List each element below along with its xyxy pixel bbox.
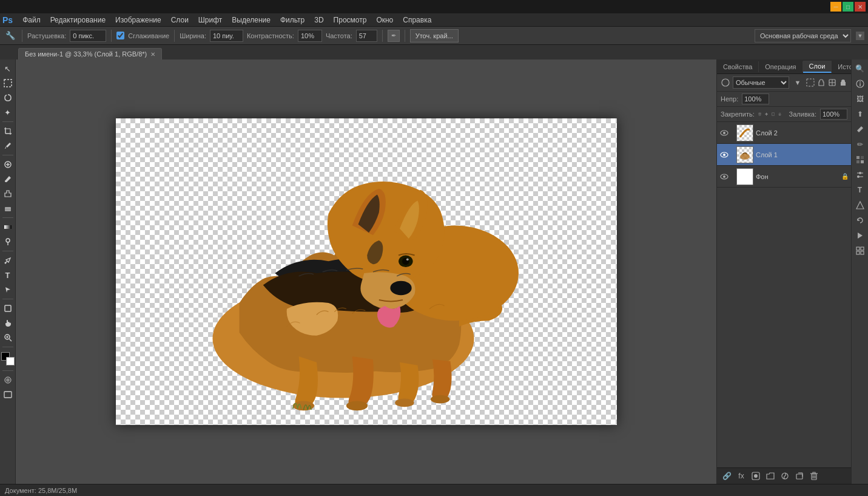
delete-layer-button[interactable] bbox=[808, 470, 820, 482]
menu-font[interactable]: Шрифт bbox=[193, 15, 227, 25]
svg-marker-41 bbox=[767, 114, 768, 114]
color-swatches[interactable] bbox=[1, 352, 15, 365]
close-button[interactable]: ✕ bbox=[855, 2, 866, 12]
artboard-icon2[interactable] bbox=[772, 110, 775, 118]
menu-file[interactable]: Файл bbox=[18, 15, 45, 25]
right-icon-upload[interactable]: ⬆ bbox=[853, 107, 867, 121]
layer-item[interactable]: Фон 🔒 bbox=[717, 166, 851, 188]
zoom-tool[interactable] bbox=[1, 331, 15, 344]
menu-window[interactable]: Окно bbox=[371, 15, 398, 25]
add-link-button[interactable]: 🔗 bbox=[721, 470, 733, 482]
background-color[interactable] bbox=[6, 357, 15, 365]
lock-position-icon[interactable] bbox=[817, 78, 826, 87]
shape-tool[interactable] bbox=[1, 302, 15, 315]
hand-tool[interactable] bbox=[1, 316, 15, 330]
gradient-tool[interactable] bbox=[1, 220, 15, 234]
eyedropper-tool[interactable] bbox=[1, 139, 15, 152]
maximize-button[interactable]: □ bbox=[843, 2, 853, 12]
tab-layers[interactable]: Слои bbox=[803, 61, 832, 73]
blend-mode-select[interactable]: Обычные bbox=[733, 76, 789, 89]
quick-mask-tool[interactable] bbox=[1, 373, 15, 387]
smooth-label: Сглаживание bbox=[128, 32, 169, 39]
lasso-tool[interactable] bbox=[1, 91, 15, 104]
new-layer-button[interactable] bbox=[793, 470, 806, 482]
smooth-checkbox[interactable] bbox=[116, 32, 124, 39]
svg-point-12 bbox=[4, 262, 6, 264]
all-lock-icon2[interactable] bbox=[778, 110, 781, 118]
lock-artboard-icon[interactable] bbox=[828, 78, 836, 87]
marquee-tool[interactable] bbox=[1, 76, 15, 90]
refine-edge-button[interactable]: Уточ. край... bbox=[410, 29, 459, 42]
clone-stamp-tool[interactable] bbox=[1, 187, 15, 200]
opacity-input[interactable] bbox=[742, 93, 769, 104]
current-tool-icon[interactable]: 🔧 bbox=[4, 29, 17, 42]
spot-heal-tool[interactable] bbox=[1, 158, 15, 171]
new-group-button[interactable] bbox=[764, 470, 776, 482]
tab-operations[interactable]: Операция bbox=[759, 61, 802, 72]
path-select-tool[interactable] bbox=[1, 283, 15, 296]
layer-item[interactable]: Слой 1 bbox=[717, 144, 851, 166]
move-tool[interactable]: ↖ bbox=[1, 62, 15, 75]
magic-wand-tool[interactable]: ✦ bbox=[1, 106, 15, 119]
menu-select[interactable]: Выделение bbox=[227, 15, 275, 25]
workspace-search-icon[interactable]: ▼ bbox=[856, 32, 864, 40]
workspace-select[interactable]: Основная рабочая среда bbox=[755, 29, 851, 42]
tab-close-icon[interactable]: ✕ bbox=[150, 51, 155, 58]
move-icon[interactable] bbox=[765, 110, 768, 118]
toolbar-separator-4 bbox=[382, 30, 383, 42]
right-icon-picture[interactable]: 🖼 bbox=[853, 92, 867, 106]
right-icon-adjust[interactable] bbox=[853, 168, 867, 182]
contrast-input[interactable] bbox=[298, 30, 322, 42]
right-icon-info[interactable] bbox=[853, 77, 867, 90]
menu-filter[interactable]: Фильтр bbox=[275, 15, 309, 25]
lock-all-icon[interactable] bbox=[839, 78, 847, 87]
layer-visibility-toggle[interactable] bbox=[719, 172, 729, 182]
tab-properties[interactable]: Свойства bbox=[717, 61, 759, 72]
freq-input[interactable] bbox=[356, 30, 377, 42]
svg-rect-42 bbox=[772, 113, 775, 115]
menu-image[interactable]: Изображение bbox=[110, 15, 166, 25]
layer-visibility-toggle[interactable] bbox=[719, 128, 729, 138]
pen-tool[interactable] bbox=[1, 254, 15, 267]
new-adjustment-button[interactable] bbox=[779, 470, 791, 482]
tool-separator-4 bbox=[2, 251, 13, 251]
type-tool[interactable]: T bbox=[1, 268, 15, 282]
feather-input[interactable] bbox=[70, 30, 106, 42]
lock-transparent-icon[interactable] bbox=[806, 78, 815, 87]
menu-layers[interactable]: Слои bbox=[166, 15, 193, 25]
menu-3d[interactable]: 3D bbox=[309, 15, 328, 25]
right-icon-type[interactable]: T bbox=[853, 183, 867, 197]
canvas-area[interactable] bbox=[16, 59, 716, 484]
add-style-button[interactable]: fx bbox=[735, 470, 747, 482]
menu-view[interactable]: Просмотр bbox=[329, 15, 372, 25]
svg-point-23 bbox=[390, 281, 411, 296]
minimize-button[interactable]: ─ bbox=[830, 2, 841, 12]
right-icon-shapes[interactable] bbox=[853, 199, 867, 212]
layer-visibility-toggle[interactable] bbox=[719, 150, 729, 160]
document-tab-1[interactable]: Без имени-1 @ 33,3% (Слой 1, RGB/8*) ✕ bbox=[18, 48, 162, 59]
brush-tool[interactable] bbox=[1, 172, 15, 186]
right-icon-actions[interactable] bbox=[853, 229, 867, 242]
menu-help[interactable]: Справка bbox=[398, 15, 436, 25]
lock-icon[interactable] bbox=[758, 110, 761, 118]
menu-edit[interactable]: Редактирование bbox=[45, 15, 110, 25]
right-icon-search[interactable]: 🔍 bbox=[853, 62, 867, 75]
right-icon-brush[interactable] bbox=[853, 123, 867, 136]
crop-tool[interactable] bbox=[1, 124, 15, 138]
right-icon-arrange[interactable] bbox=[853, 244, 867, 257]
screen-mode-tool[interactable] bbox=[1, 388, 15, 401]
right-icon-history[interactable] bbox=[853, 214, 867, 227]
layers-panel: Обычные ▼ Непр: Закрепить: bbox=[717, 74, 851, 484]
mode-arrow-down[interactable]: ▼ bbox=[792, 76, 804, 89]
add-mask-button[interactable] bbox=[750, 470, 762, 482]
dodge-tool[interactable] bbox=[1, 235, 15, 248]
fill-input[interactable] bbox=[820, 109, 847, 120]
document-canvas bbox=[116, 118, 617, 425]
right-icon-pencil[interactable]: ✏ bbox=[853, 138, 867, 151]
width-input[interactable] bbox=[210, 30, 243, 42]
right-icon-swatches[interactable] bbox=[853, 153, 867, 166]
toolbar-separator-5 bbox=[405, 30, 405, 42]
eraser-tool[interactable] bbox=[1, 202, 15, 215]
pen-pressure-btn[interactable]: ✒ bbox=[388, 30, 400, 42]
layer-item[interactable]: Слой 2 bbox=[717, 122, 851, 144]
